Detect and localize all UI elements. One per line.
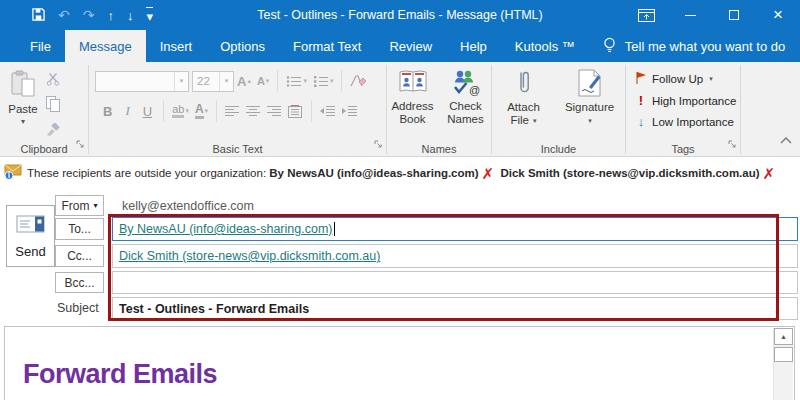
signature-label: Signature [565,101,614,114]
numbering-icon[interactable]: ▾ [313,75,334,88]
save-icon[interactable] [32,8,45,23]
follow-up-button[interactable]: Follow Up ▾ [635,71,740,87]
low-importance-label: Low Importance [652,116,734,128]
mailtip-text: These recipients are outside your organi… [27,165,778,183]
check-names-icon: @ [451,69,481,100]
external-recipients-mail-icon [4,164,22,184]
attach-file-dropdown-icon[interactable]: ▾ [533,114,537,127]
signature-icon [577,69,603,101]
redo-icon[interactable]: ↷ [83,8,95,22]
align-center-icon[interactable] [246,105,261,117]
subject-label: Subject [57,301,99,315]
tab-message[interactable]: Message [65,30,146,62]
body-scrollbar[interactable]: ▲ [773,328,793,400]
customize-toolbar-icon[interactable]: ▾ [146,7,153,23]
grow-font-button[interactable]: A▴ [237,74,251,89]
follow-up-dropdown-icon[interactable]: ▾ [709,75,713,83]
tab-format-text[interactable]: Format Text [279,30,375,62]
minimize-button[interactable] [668,0,712,30]
remove-recipient-1-icon[interactable]: ✗ [482,165,495,182]
tab-review[interactable]: Review [375,30,446,62]
collapse-ribbon-icon[interactable] [780,130,792,148]
names-group: Address Book @ Check Names Names [387,62,491,156]
shrink-font-button[interactable]: A▾ [257,75,269,87]
cut-icon[interactable] [46,72,60,90]
maximize-button[interactable] [712,0,756,30]
cc-button[interactable]: Cc... [55,245,104,267]
cc-field[interactable]: Dick Smith (store-news@vip.dicksmith.com… [112,244,798,268]
clear-formatting-icon[interactable] [350,74,367,88]
format-painter-icon[interactable] [46,122,60,140]
line-spacing-icon[interactable] [288,105,303,118]
clipboard-mini-buttons [46,62,60,156]
window-controls: × [624,0,800,30]
align-left-icon[interactable] [225,105,240,117]
previous-item-icon[interactable]: ↑ [107,9,114,22]
bcc-field[interactable] [112,271,798,294]
attach-file-label-1: Attach [507,101,540,114]
tell-me-box[interactable]: Tell me what you want to do [603,30,785,62]
undo-icon[interactable]: ↶ [58,8,70,22]
subject-value: Test - Outlines - Forward Emails [119,302,309,316]
message-header-form: Send From▾ kelly@extendoffice.com To... … [0,190,800,326]
mailtip-message: These recipients are outside your organi… [27,167,266,179]
tab-insert[interactable]: Insert [146,30,207,62]
outlook-message-window: ↶ ↷ ↑ ↓ ▾ Test - Outlines - Forward Emai… [0,0,800,400]
low-importance-icon: ↓ [635,114,647,129]
italic-button[interactable]: I [125,103,129,119]
to-button[interactable]: To... [55,218,104,240]
tell-me-label: Tell me what you want to do [625,39,785,54]
tab-kutools[interactable]: Kutools ™ [501,30,589,62]
attach-file-label-2: File [510,114,529,127]
close-button[interactable]: × [756,0,800,30]
tab-help[interactable]: Help [446,30,501,62]
font-size-dropdown-icon[interactable]: ▾ [219,72,233,91]
paste-clipboard-icon [10,70,37,102]
font-size-combo[interactable]: 22▾ [192,71,234,92]
bold-button[interactable]: B [103,104,112,119]
signature-dropdown-icon[interactable]: ▾ [588,114,592,127]
ribbon-display-options-icon[interactable] [624,0,668,30]
clipboard-group: Paste ▾ Clipboard [0,62,88,156]
underline-button[interactable]: U [143,104,152,119]
align-right-icon[interactable] [267,105,282,117]
copy-icon[interactable] [46,96,60,116]
font-name-combo[interactable]: ▾ [95,71,189,92]
title-bar: ↶ ↷ ↑ ↓ ▾ Test - Outlines - Forward Emai… [0,0,800,30]
to-recipient-link[interactable]: By NewsAU (info@ideas-sharing.com) [119,222,332,236]
tab-options[interactable]: Options [206,30,279,62]
send-button[interactable]: Send [6,205,55,267]
font-color-button[interactable]: A▾ [195,103,208,119]
from-button[interactable]: From▾ [55,195,104,216]
increase-indent-icon[interactable] [342,105,358,117]
lightbulb-icon [603,37,616,56]
mailtip-recipient-1: By NewsAU (info@ideas-sharing.com) [269,167,478,179]
high-importance-button[interactable]: ! High Importance [635,93,740,108]
tab-file[interactable]: File [16,30,65,62]
remove-recipient-2-icon[interactable]: ✗ [763,165,776,182]
low-importance-button[interactable]: ↓ Low Importance [635,114,740,129]
to-field[interactable]: By NewsAU (info@ideas-sharing.com) [112,217,798,241]
highlight-button[interactable]: ab▾ [172,104,189,118]
scrollbar-up-icon[interactable]: ▲ [774,328,793,345]
paste-dropdown-icon[interactable]: ▾ [21,117,25,126]
subject-field[interactable]: Test - Outlines - Forward Emails [112,297,798,320]
font-name-dropdown-icon[interactable]: ▾ [174,72,188,91]
address-book-label-2: Book [399,113,425,126]
paste-label: Paste [8,103,37,115]
paperclip-icon [516,69,532,101]
scrollbar-thumb[interactable] [774,347,793,362]
mailtip-recipient-2: Dick Smith (store-news@vip.dicksmith.com… [500,167,759,179]
high-importance-label: High Importance [652,95,736,107]
decrease-indent-icon[interactable] [320,105,336,117]
text-cursor [334,222,335,236]
address-book-label-1: Address [391,100,433,113]
ribbon-tab-bar: File Message Insert Options Format Text … [0,30,800,62]
next-item-icon[interactable]: ↓ [127,9,134,22]
paste-button[interactable]: Paste ▾ [0,62,46,156]
bcc-button[interactable]: Bcc... [55,272,104,293]
message-body[interactable]: Forward Emails ▲ [4,326,795,400]
bullets-icon[interactable]: ▾ [286,75,307,88]
include-group: Attach File▾ Signature ▾ Include [492,62,625,156]
cc-recipient-link[interactable]: Dick Smith (store-news@vip.dicksmith.com… [119,249,380,263]
